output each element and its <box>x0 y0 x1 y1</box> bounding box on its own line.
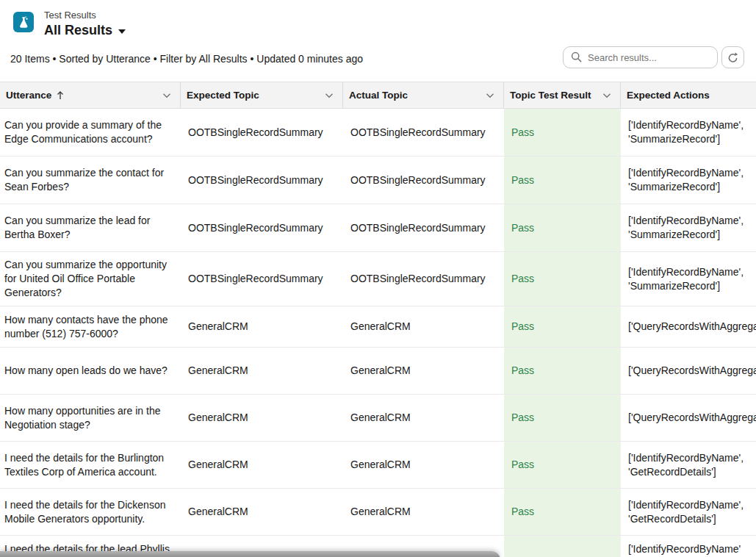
result-text: Pass <box>511 411 534 425</box>
utterance-text: I need the details for the Dickenson Mob… <box>4 498 172 526</box>
cell-utterance: How many contacts have the phone number … <box>0 306 181 347</box>
expected-topic-text: OOTBSingleRecordSummary <box>188 173 323 187</box>
cell-expected-actions: ['IdentifyRecordByName', 'SummarizeRecor… <box>621 157 756 204</box>
table-header-row: UtteranceExpected TopicActual TopicTopic… <box>0 82 756 109</box>
cell-expected-actions: ['IdentifyRecordByName', 'SummarizeRecor… <box>621 204 756 251</box>
table-row[interactable]: I need the details for the Dickenson Mob… <box>0 489 756 536</box>
expected-actions-text: ['IdentifyRecordByName', 'SummarizeRecor… <box>628 265 756 293</box>
cell-utterance: How many opportunities are in the Negoti… <box>0 395 181 441</box>
column-menu-chevron-icon[interactable] <box>325 93 334 98</box>
cell-expected-topic: OOTBSingleRecordSummary <box>181 157 343 204</box>
cell-actual-topic: GeneralCRM <box>343 306 504 347</box>
expected-actions-text: ['QueryRecordsWithAggrega <box>628 411 756 425</box>
column-menu-chevron-icon[interactable] <box>162 93 171 98</box>
table-row[interactable]: Can you provide a summary of the Edge Co… <box>0 109 756 157</box>
table-row[interactable]: How many contacts have the phone number … <box>0 306 756 348</box>
cell-result: Pass <box>504 442 621 488</box>
expected-actions-text: ['IdentifyRecordByName', 'GetRecordDetai… <box>628 498 756 526</box>
result-text: Pass <box>511 505 534 519</box>
expected-actions-text: ['QueryRecordsWithAggrega <box>628 364 756 378</box>
cell-result: Pass <box>504 109 621 156</box>
column-label: Utterance <box>6 90 51 101</box>
cell-expected-actions: ['IdentifyRecordByName', 'GetRecordDetai… <box>621 489 756 535</box>
cell-utterance: How many open leads do we have? <box>0 348 181 394</box>
cell-expected-topic: GeneralCRM <box>181 489 343 535</box>
cell-expected-actions: ['IdentifyRecordByName' <box>621 536 756 557</box>
cell-expected-topic: OOTBSingleRecordSummary <box>181 252 343 306</box>
cell-result: Pass <box>504 252 621 306</box>
cell-actual-topic: OOTBSingleRecordSummary <box>343 252 504 306</box>
expected-topic-text: OOTBSingleRecordSummary <box>188 126 323 140</box>
column-header-expected-topic[interactable]: Expected Topic <box>181 82 343 108</box>
cell-utterance: I need the details for the Burlington Te… <box>0 442 181 488</box>
expected-actions-text: ['IdentifyRecordByName', 'GetRecordDetai… <box>628 451 756 479</box>
actual-topic-text: GeneralCRM <box>350 505 411 519</box>
column-header-utterance[interactable]: Utterance <box>0 82 181 108</box>
result-text: Pass <box>511 173 534 187</box>
cell-actual-topic: GeneralCRM <box>343 395 504 441</box>
list-summary: 20 Items • Sorted by Utterance • Filter … <box>10 53 363 65</box>
actual-topic-text: OOTBSingleRecordSummary <box>350 221 486 235</box>
result-text: Pass <box>511 221 534 235</box>
expected-actions-text: ['IdentifyRecordByName', 'SummarizeRecor… <box>628 118 756 146</box>
column-label: Expected Topic <box>187 90 259 101</box>
cell-actual-topic: GeneralCRM <box>343 442 504 488</box>
column-header-expected-actions[interactable]: Expected Actions <box>621 82 756 108</box>
cell-actual-topic: GeneralCRM <box>343 348 504 394</box>
page-header: Test Results All Results 20 Items • Sort… <box>0 0 756 82</box>
column-label: Actual Topic <box>349 90 408 101</box>
search-input[interactable] <box>563 46 718 68</box>
cell-result <box>504 536 621 557</box>
cell-actual-topic: OOTBSingleRecordSummary <box>343 204 504 251</box>
expected-topic-text: OOTBSingleRecordSummary <box>188 272 323 286</box>
column-label: Topic Test Result <box>510 90 591 101</box>
table-row[interactable]: How many opportunities are in the Negoti… <box>0 395 756 442</box>
cell-utterance: I need the details for the Dickenson Mob… <box>0 489 181 535</box>
table-row[interactable]: How many open leads do we have?GeneralCR… <box>0 348 756 395</box>
utterance-text: Can you summarize the contact for Sean F… <box>4 166 172 194</box>
actual-topic-text: OOTBSingleRecordSummary <box>350 272 486 286</box>
docked-panel-top-edge[interactable] <box>0 551 500 557</box>
cell-expected-actions: ['IdentifyRecordByName', 'SummarizeRecor… <box>621 252 756 306</box>
table-row[interactable]: Can you summarize the contact for Sean F… <box>0 157 756 204</box>
cell-expected-topic: OOTBSingleRecordSummary <box>181 109 343 156</box>
result-text: Pass <box>511 126 534 140</box>
actual-topic-text: OOTBSingleRecordSummary <box>350 173 486 187</box>
column-menu-chevron-icon[interactable] <box>602 93 611 98</box>
expected-actions-text: ['QueryRecordsWithAggrega <box>628 320 756 334</box>
column-label: Expected Actions <box>627 90 710 101</box>
utterance-text: Can you summarize the lead for Bertha Bo… <box>4 214 172 242</box>
column-header-topic-test-result[interactable]: Topic Test Result <box>504 82 621 108</box>
list-view-name[interactable]: All Results <box>44 23 112 38</box>
table-row[interactable]: Can you summarize the opportunity for Un… <box>0 252 756 306</box>
cell-utterance: Can you summarize the contact for Sean F… <box>0 157 181 204</box>
expected-actions-text: ['IdentifyRecordByName', 'SummarizeRecor… <box>628 166 756 194</box>
cell-utterance: Can you summarize the opportunity for Un… <box>0 252 181 306</box>
column-menu-chevron-icon[interactable] <box>486 93 494 98</box>
list-view-dropdown-caret-icon[interactable] <box>118 29 126 34</box>
column-header-actual-topic[interactable]: Actual Topic <box>343 82 504 108</box>
expected-topic-text: GeneralCRM <box>188 505 248 519</box>
list-view-selector[interactable]: All Results <box>44 23 126 38</box>
expected-topic-text: GeneralCRM <box>188 364 248 378</box>
utterance-text: Can you summarize the opportunity for Un… <box>4 258 172 300</box>
cell-expected-topic: OOTBSingleRecordSummary <box>181 204 343 251</box>
result-text: Pass <box>511 458 534 472</box>
cell-expected-topic: GeneralCRM <box>181 306 343 347</box>
object-label: Test Results <box>44 10 126 21</box>
search-box <box>563 46 718 68</box>
result-text: Pass <box>511 320 534 334</box>
cell-result: Pass <box>504 306 621 347</box>
refresh-button[interactable] <box>721 46 744 68</box>
cell-expected-topic: GeneralCRM <box>181 348 343 394</box>
table-row[interactable]: I need the details for the Burlington Te… <box>0 442 756 489</box>
cell-expected-topic: GeneralCRM <box>181 442 343 488</box>
table-row[interactable]: Can you summarize the lead for Bertha Bo… <box>0 204 756 252</box>
actual-topic-text: GeneralCRM <box>350 320 411 334</box>
cell-actual-topic: GeneralCRM <box>343 489 504 535</box>
cell-actual-topic: OOTBSingleRecordSummary <box>343 109 504 156</box>
cell-expected-topic: GeneralCRM <box>181 395 343 441</box>
actual-topic-text: GeneralCRM <box>350 411 411 425</box>
cell-utterance: Can you summarize the lead for Bertha Bo… <box>0 204 181 251</box>
expected-topic-text: GeneralCRM <box>188 320 248 334</box>
